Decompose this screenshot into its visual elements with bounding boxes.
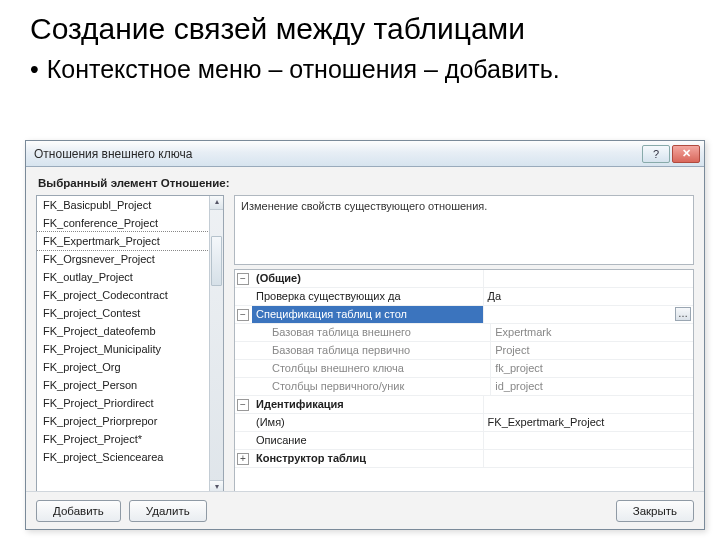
properties-pane: Изменение свойств существующего отношени… (234, 195, 694, 495)
add-button[interactable]: Добавить (36, 500, 121, 522)
relations-list-items: FK_Basicpubl_Project FK_conference_Proje… (37, 196, 209, 466)
relations-listbox[interactable]: FK_Basicpubl_Project FK_conference_Proje… (36, 195, 224, 495)
prop-value[interactable]: … (483, 306, 693, 323)
collapse-icon[interactable]: − (237, 309, 249, 321)
prop-name: Идентификация (252, 396, 483, 413)
list-item[interactable]: FK_Orgsnever_Project (37, 250, 209, 268)
prop-description-row[interactable]: Описание (235, 432, 693, 450)
close-window-button[interactable]: ✕ (672, 145, 700, 163)
scroll-thumb[interactable] (211, 236, 222, 286)
list-item[interactable]: FK_outlay_Project (37, 268, 209, 286)
property-grid[interactable]: − (Общие) Проверка существующих да Да − … (234, 269, 694, 495)
bullet-text: Контекстное меню – отношения – добавить. (47, 55, 560, 83)
delete-button[interactable]: Удалить (129, 500, 207, 522)
prop-name: (Имя) (252, 414, 483, 431)
collapse-icon[interactable]: − (237, 399, 249, 411)
prop-value[interactable]: FK_Expertmark_Project (483, 414, 693, 431)
scroll-up-icon[interactable]: ▴ (210, 196, 223, 210)
close-button[interactable]: Закрыть (616, 500, 694, 522)
prop-name: Базовая таблица внешнего (252, 324, 490, 341)
prop-name: Конструктор таблиц (252, 450, 483, 467)
bullet-dot-icon: • (30, 55, 39, 83)
prop-base-fk-table[interactable]: Базовая таблица внешнего Expertmark (235, 324, 693, 342)
prop-check-existing[interactable]: Проверка существующих да Да (235, 288, 693, 306)
prop-value[interactable] (483, 432, 693, 449)
content-row: FK_Basicpubl_Project FK_conference_Proje… (36, 195, 694, 495)
help-button[interactable]: ? (642, 145, 670, 163)
prop-name: Проверка существующих да (252, 288, 483, 305)
dialog-footer: Добавить Удалить Закрыть (26, 491, 704, 529)
slide-bullet: •Контекстное меню – отношения – добавить… (30, 54, 720, 85)
list-item[interactable]: FK_project_Codecontract (37, 286, 209, 304)
prop-spec-tables[interactable]: − Спецификация таблиц и стол … (235, 306, 693, 324)
collapse-icon[interactable]: − (237, 273, 249, 285)
prop-value (483, 450, 693, 467)
prop-pk-columns[interactable]: Столбцы первичного/уник id_project (235, 378, 693, 396)
expand-icon[interactable]: + (237, 453, 249, 465)
list-item[interactable]: FK_project_Person (37, 376, 209, 394)
list-item[interactable]: FK_conference_Project (37, 214, 209, 232)
prop-value (483, 396, 693, 413)
list-item[interactable]: FK_project_Org (37, 358, 209, 376)
prop-category-general[interactable]: − (Общие) (235, 270, 693, 288)
list-item[interactable]: FK_Basicpubl_Project (37, 196, 209, 214)
prop-name-row[interactable]: (Имя) FK_Expertmark_Project (235, 414, 693, 432)
list-item[interactable]: FK_project_Priorprepor (37, 412, 209, 430)
dialog-title: Отношения внешнего ключа (34, 147, 640, 161)
dialog-body: Выбранный элемент Отношение: FK_Basicpub… (26, 167, 704, 491)
prop-name: Спецификация таблиц и стол (252, 306, 483, 323)
prop-base-pk-table[interactable]: Базовая таблица первично Project (235, 342, 693, 360)
description-box: Изменение свойств существующего отношени… (234, 195, 694, 265)
list-scrollbar[interactable]: ▴ ▾ (209, 196, 223, 494)
selected-relation-label: Выбранный элемент Отношение: (38, 177, 694, 189)
prop-value (483, 270, 693, 287)
prop-value: id_project (490, 378, 693, 395)
fk-relations-dialog: Отношения внешнего ключа ? ✕ Выбранный э… (25, 140, 705, 530)
list-item[interactable]: FK_Project_Priordirect (37, 394, 209, 412)
prop-fk-columns[interactable]: Столбцы внешнего ключа fk_project (235, 360, 693, 378)
prop-value: fk_project (490, 360, 693, 377)
prop-name: (Общие) (252, 270, 483, 287)
prop-name: Столбцы первичного/уник (252, 378, 490, 395)
list-item[interactable]: FK_Project_Project* (37, 430, 209, 448)
prop-name: Описание (252, 432, 483, 449)
list-item[interactable]: FK_project_Sciencearea (37, 448, 209, 466)
scroll-track[interactable] (210, 210, 223, 480)
prop-value: Expertmark (490, 324, 693, 341)
prop-category-ident[interactable]: − Идентификация (235, 396, 693, 414)
ellipsis-button[interactable]: … (675, 307, 691, 321)
slide-title: Создание связей между таблицами (30, 12, 720, 46)
prop-name: Столбцы внешнего ключа (252, 360, 490, 377)
list-item[interactable]: FK_Expertmark_Project (37, 232, 209, 250)
prop-value: Project (490, 342, 693, 359)
prop-value[interactable]: Да (483, 288, 693, 305)
relations-list-wrap: FK_Basicpubl_Project FK_conference_Proje… (36, 195, 224, 495)
titlebar[interactable]: Отношения внешнего ключа ? ✕ (26, 141, 704, 167)
prop-category-designer[interactable]: + Конструктор таблиц (235, 450, 693, 468)
list-item[interactable]: FK_Project_dateofemb (37, 322, 209, 340)
prop-name: Базовая таблица первично (252, 342, 490, 359)
list-item[interactable]: FK_Project_Municipality (37, 340, 209, 358)
list-item[interactable]: FK_project_Contest (37, 304, 209, 322)
